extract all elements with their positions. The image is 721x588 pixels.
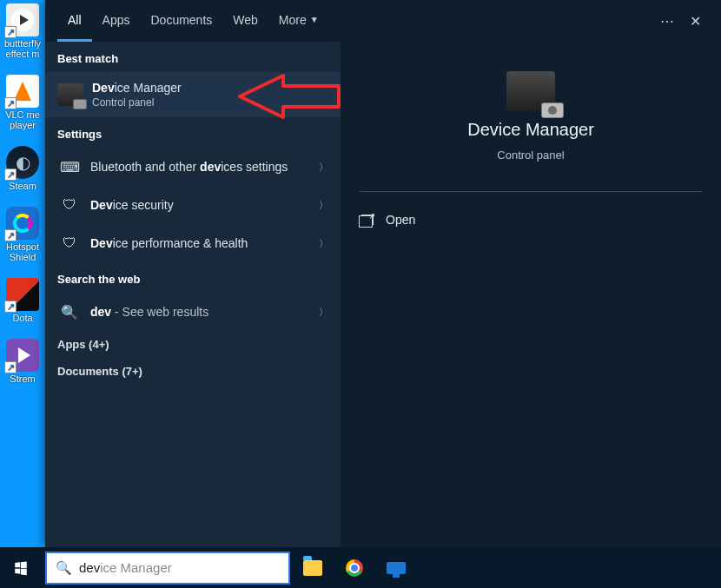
shortcut-arrow-icon: ↗ bbox=[4, 26, 17, 38]
section-settings: Settings bbox=[45, 117, 341, 148]
tab-label: Web bbox=[233, 13, 258, 27]
result-device-manager[interactable]: Device Manager Control panel bbox=[45, 72, 341, 117]
chrome-icon bbox=[346, 559, 363, 577]
shortcut-arrow-icon: ↗ bbox=[4, 229, 17, 241]
more-options-button[interactable]: ⋯ bbox=[653, 7, 681, 35]
screen: ↗ buttterfly effect m ↗ VLC me player ◐↗… bbox=[0, 0, 721, 588]
desktop-icon-column: ↗ buttterfly effect m ↗ VLC me player ◐↗… bbox=[0, 0, 45, 547]
desktop-icon-dota[interactable]: ↗ Dota bbox=[2, 278, 43, 323]
device-manager-icon bbox=[57, 83, 83, 106]
section-label: Apps (4+) bbox=[57, 338, 328, 351]
close-button[interactable]: ✕ bbox=[681, 7, 709, 35]
section-label: Documents (7+) bbox=[57, 365, 328, 378]
taskbar-chrome[interactable] bbox=[335, 547, 374, 588]
result-title: Device performance & health bbox=[90, 236, 312, 250]
result-subtitle: Control panel bbox=[92, 96, 328, 109]
section-best-match: Best match bbox=[45, 42, 341, 72]
tab-label: All bbox=[68, 13, 82, 27]
action-open[interactable]: ↗ Open bbox=[360, 206, 702, 234]
desktop-icon-label: buttterfly effect m bbox=[2, 38, 43, 59]
section-apps-count[interactable]: Apps (4+) bbox=[45, 331, 341, 358]
tab-label: Apps bbox=[103, 13, 130, 27]
desktop-icon-butterfly[interactable]: ↗ buttterfly effect m bbox=[2, 3, 43, 59]
result-web-dev[interactable]: 🔍 dev - See web results 〉 bbox=[45, 293, 341, 331]
tab-web[interactable]: Web bbox=[222, 0, 268, 42]
desktop-icon-label: VLC me player bbox=[2, 109, 43, 130]
shortcut-arrow-icon: ↗ bbox=[4, 97, 17, 109]
result-bluetooth-devices[interactable]: ⌨ Bluetooth and other devices settings 〉 bbox=[45, 148, 341, 186]
preview-hero: Device Manager Control panel bbox=[360, 64, 702, 175]
shield-icon: 🛡 bbox=[57, 231, 82, 255]
section-search-web: Search the web bbox=[45, 262, 341, 293]
tab-documents[interactable]: Documents bbox=[140, 0, 222, 42]
desktop-icon-label: Hotspot Shield bbox=[2, 241, 43, 262]
desktop-icon-label: Dota bbox=[12, 313, 32, 323]
shortcut-arrow-icon: ↗ bbox=[4, 361, 17, 373]
result-title: Bluetooth and other devices settings bbox=[90, 160, 312, 174]
monitor-icon bbox=[387, 562, 406, 574]
taskbar: 🔍 device Manager bbox=[0, 547, 721, 588]
search-preview-pane: Device Manager Control panel ↗ Open bbox=[341, 42, 721, 547]
search-input[interactable]: 🔍 device Manager bbox=[45, 552, 290, 585]
device-manager-icon bbox=[506, 71, 555, 111]
chevron-right-icon: 〉 bbox=[319, 237, 328, 250]
desktop-icon-label: Strem bbox=[10, 373, 35, 384]
shield-icon: 🛡 bbox=[57, 193, 82, 217]
devices-icon: ⌨ bbox=[57, 155, 82, 179]
start-search-flyout: All Apps Documents Web More▼ ⋯ ✕ Best ma… bbox=[45, 0, 721, 547]
search-tabs-bar: All Apps Documents Web More▼ ⋯ ✕ bbox=[45, 0, 721, 42]
result-title: Device security bbox=[90, 198, 312, 212]
taskbar-file-explorer[interactable] bbox=[294, 547, 332, 588]
tab-apps[interactable]: Apps bbox=[92, 0, 141, 42]
shortcut-arrow-icon: ↗ bbox=[4, 301, 17, 313]
result-title: dev - See web results bbox=[90, 305, 312, 319]
result-device-performance[interactable]: 🛡 Device performance & health 〉 bbox=[45, 224, 341, 262]
result-device-security[interactable]: 🛡 Device security 〉 bbox=[45, 186, 341, 224]
tab-all[interactable]: All bbox=[57, 0, 92, 42]
tab-label: Documents bbox=[150, 13, 212, 27]
chevron-right-icon: 〉 bbox=[319, 161, 328, 174]
shortcut-arrow-icon: ↗ bbox=[4, 168, 17, 181]
chevron-right-icon: 〉 bbox=[319, 199, 328, 212]
windows-logo-icon bbox=[13, 560, 29, 576]
file-explorer-icon bbox=[303, 560, 322, 576]
chevron-right-icon: 〉 bbox=[319, 306, 328, 319]
taskbar-display[interactable] bbox=[377, 547, 415, 588]
result-title: Device Manager bbox=[92, 81, 328, 95]
desktop-icon-steam[interactable]: ◐↗ Steam bbox=[2, 146, 43, 191]
desktop-icon-hotspot-shield[interactable]: ↗ Hotspot Shield bbox=[2, 207, 43, 262]
chevron-down-icon: ▼ bbox=[310, 15, 319, 24]
search-results-list: Best match Device Manager Control panel … bbox=[45, 42, 341, 547]
search-icon: 🔍 bbox=[56, 560, 72, 576]
preview-title: Device Manager bbox=[467, 120, 594, 140]
tab-label: More bbox=[279, 13, 307, 27]
desktop-icon-stremio[interactable]: ↗ Strem bbox=[2, 339, 43, 384]
preview-subtitle: Control panel bbox=[497, 149, 564, 162]
search-query-text: device Manager bbox=[79, 560, 172, 575]
search-icon: 🔍 bbox=[57, 300, 82, 324]
section-documents-count[interactable]: Documents (7+) bbox=[45, 358, 341, 385]
action-label: Open bbox=[386, 213, 415, 227]
desktop-icon-vlc[interactable]: ↗ VLC me player bbox=[2, 75, 43, 130]
tab-more[interactable]: More▼ bbox=[268, 0, 329, 42]
start-button[interactable] bbox=[0, 547, 42, 588]
desktop-icon-label: Steam bbox=[9, 181, 36, 191]
open-icon: ↗ bbox=[361, 215, 374, 225]
